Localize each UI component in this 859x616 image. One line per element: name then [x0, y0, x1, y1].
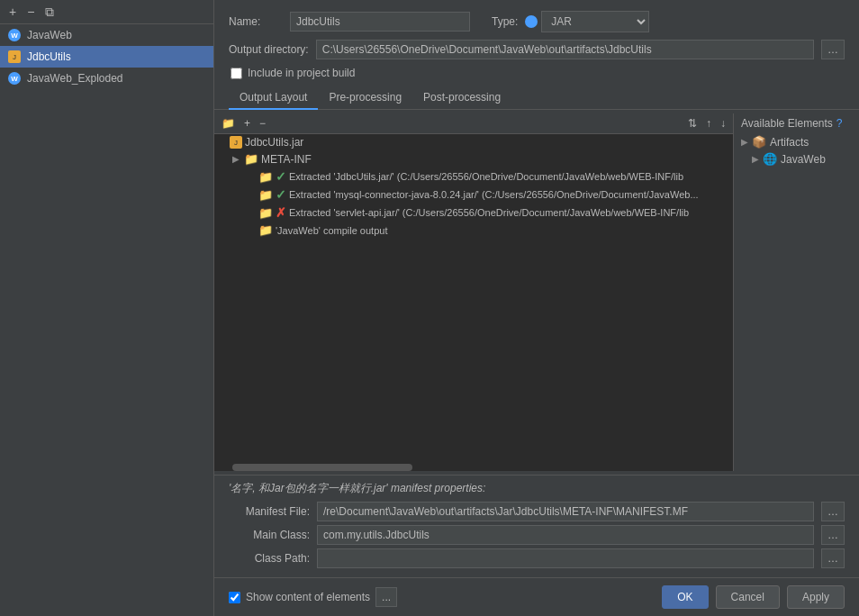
info-icon[interactable]: ? — [836, 117, 843, 130]
bottom-bar: Show content of elements ... OK Cancel A… — [214, 577, 859, 616]
class-path-label: Class Path: — [229, 552, 310, 565]
available-item-label: JavaWeb — [781, 153, 826, 166]
manifest-section: '名字, 和Jar包的名字一样就行.jar' manifest properti… — [214, 475, 859, 577]
sidebar-toolbar: + − ⧉ — [0, 0, 213, 24]
horizontal-scrollbar[interactable] — [214, 464, 733, 471]
tree-up-button[interactable]: ↑ — [702, 115, 715, 131]
tree-item-javaweb-output[interactable]: 📁 'JavaWeb' compile output — [214, 222, 733, 239]
main-class-browse-button[interactable]: … — [821, 525, 845, 545]
tab-output-layout[interactable]: Output Layout — [229, 86, 318, 110]
sidebar-item-jdbcutils[interactable]: J JdbcUtils — [0, 46, 213, 68]
tree-item-metainf[interactable]: ▶ 📁 META-INF — [214, 150, 733, 168]
output-dir-input[interactable] — [316, 40, 814, 59]
crossmark-red-icon: ✗ — [276, 205, 286, 220]
ok-button[interactable]: OK — [662, 585, 708, 609]
class-path-browse-button[interactable]: … — [821, 548, 845, 568]
main-class-row: Main Class: … — [229, 525, 845, 545]
output-dir-browse-button[interactable]: … — [821, 40, 845, 59]
tree-add-button[interactable]: + — [240, 115, 254, 131]
manifest-title: '名字, 和Jar包的名字一样就行.jar' manifest properti… — [229, 481, 845, 496]
javaweb-icon: W — [7, 28, 22, 42]
artifacts-icon: 📦 — [752, 135, 766, 149]
output-dir-label: Output directory: — [229, 43, 309, 56]
folder-icon: 📁 — [258, 223, 273, 237]
tree-item-extracted-mysql[interactable]: 📁 ✓ Extracted 'mysql-connector-java-8.0.… — [214, 186, 733, 204]
sidebar-item-exploded-label: JavaWeb_Exploded — [27, 72, 123, 85]
include-checkbox[interactable] — [231, 68, 242, 79]
available-elements-title: Available Elements — [741, 117, 833, 130]
cancel-button[interactable]: Cancel — [716, 585, 780, 609]
tree-sort-button[interactable]: ⇅ — [684, 115, 701, 131]
jar-file-icon: J — [230, 136, 242, 149]
class-path-input[interactable] — [317, 548, 814, 568]
available-item-label: Artifacts — [770, 136, 809, 149]
tree-item-extracted-servlet[interactable]: 📁 ✗ Extracted 'servlet-api.jar/' (C:/Use… — [214, 204, 733, 222]
tree-item-jdbcutils-jar[interactable]: J JdbcUtils.jar — [214, 134, 733, 150]
javaweb-avail-icon: 🌐 — [763, 152, 777, 166]
main-class-label: Main Class: — [229, 529, 310, 541]
tree-folder-icon: 📁 — [218, 115, 239, 131]
checkmark-green-icon: ✓ — [276, 169, 286, 184]
folder-icon: 📁 — [258, 170, 273, 184]
checkmark-green-icon: ✓ — [276, 187, 286, 202]
avail-arrow: ▶ — [741, 137, 748, 147]
content-panel: Name: Type: JAR Output directory: … — [214, 0, 859, 616]
tab-post-processing[interactable]: Post-processing — [412, 86, 511, 110]
type-select[interactable]: JAR — [541, 11, 649, 32]
tree-item-label: 'JavaWeb' compile output — [276, 225, 387, 236]
type-label: Type: — [492, 15, 518, 28]
manifest-file-label: Manifest File: — [229, 505, 310, 518]
tree-remove-button[interactable]: − — [256, 115, 269, 131]
folder-icon: 📁 — [258, 206, 273, 220]
folder-icon: 📁 — [244, 152, 258, 166]
tree-item-label: META-INF — [261, 153, 312, 166]
file-tree: J JdbcUtils.jar ▶ 📁 META-INF 📁 ✓ — [214, 134, 733, 464]
tree-container: 📁 + − ⇅ ↑ ↓ J JdbcUtils.jar — [214, 113, 859, 471]
sidebar-item-javaweb[interactable]: W JavaWeb — [0, 24, 213, 46]
include-checkbox-row: Include in project build — [229, 67, 845, 79]
tree-item-label: Extracted 'servlet-api.jar/' (C:/Users/2… — [289, 207, 689, 218]
exploded-icon: W — [7, 71, 22, 86]
manifest-file-row: Manifest File: … — [229, 502, 845, 521]
bottom-left: Show content of elements ... — [229, 587, 397, 607]
sidebar-item-jdbcutils-label: JdbcUtils — [27, 50, 71, 63]
available-elements-header: Available Elements ? — [734, 113, 859, 133]
tree-item-extracted-jdbc[interactable]: 📁 ✓ Extracted 'JdbcUtils.jar/' (C:/Users… — [214, 168, 733, 186]
folder-icon: 📁 — [258, 188, 273, 202]
remove-button[interactable]: − — [23, 4, 38, 20]
tree-item-label: Extracted 'JdbcUtils.jar/' (C:/Users/265… — [289, 171, 683, 182]
tree-expand-arrow: ▶ — [232, 154, 241, 164]
add-button[interactable]: + — [5, 4, 20, 20]
show-content-label: Show content of elements — [246, 591, 370, 603]
sidebar-item-javaweb-exploded[interactable]: W JavaWeb_Exploded — [0, 68, 213, 89]
available-item-javaweb[interactable]: ▶ 🌐 JavaWeb — [734, 150, 859, 168]
available-elements-panel: Available Elements ? ▶ 📦 Artifacts ▶ 🌐 J… — [733, 113, 859, 471]
copy-button[interactable]: ⧉ — [41, 4, 58, 20]
show-content-more-button[interactable]: ... — [375, 587, 397, 607]
form-section: Name: Type: JAR Output directory: … — [214, 0, 859, 86]
manifest-file-browse-button[interactable]: … — [821, 502, 845, 521]
tabs-row: Output Layout Pre-processing Post-proces… — [214, 86, 859, 110]
sidebar-items-list: W JavaWeb J JdbcUtils W JavaWeb_Exploded — [0, 24, 213, 616]
show-content-checkbox[interactable] — [229, 592, 240, 603]
main-class-input[interactable] — [317, 525, 814, 545]
tree-item-label: Extracted 'mysql-connector-java-8.0.24.j… — [289, 189, 699, 200]
include-label: Include in project build — [248, 67, 355, 79]
output-dir-row: Output directory: … — [229, 40, 845, 59]
tree-down-button[interactable]: ↓ — [717, 115, 729, 131]
sidebar-item-javaweb-label: JavaWeb — [27, 29, 72, 41]
project-sidebar: + − ⧉ W JavaWeb J JdbcUtils W JavaW — [0, 0, 214, 616]
bottom-right: OK Cancel Apply — [662, 585, 845, 609]
available-item-artifacts[interactable]: ▶ 📦 Artifacts — [734, 133, 859, 150]
name-label: Name: — [229, 15, 283, 28]
tab-pre-processing[interactable]: Pre-processing — [318, 86, 412, 110]
tree-item-label: JdbcUtils.jar — [245, 136, 303, 149]
name-type-row: Name: Type: JAR — [229, 11, 845, 32]
avail-sub-arrow: ▶ — [752, 154, 759, 164]
jar-type-icon — [525, 15, 538, 28]
manifest-file-input[interactable] — [317, 502, 814, 521]
apply-button[interactable]: Apply — [787, 585, 845, 609]
tree-toolbar: 📁 + − ⇅ ↑ ↓ — [214, 113, 733, 134]
class-path-row: Class Path: … — [229, 548, 845, 568]
name-input[interactable] — [290, 12, 470, 32]
